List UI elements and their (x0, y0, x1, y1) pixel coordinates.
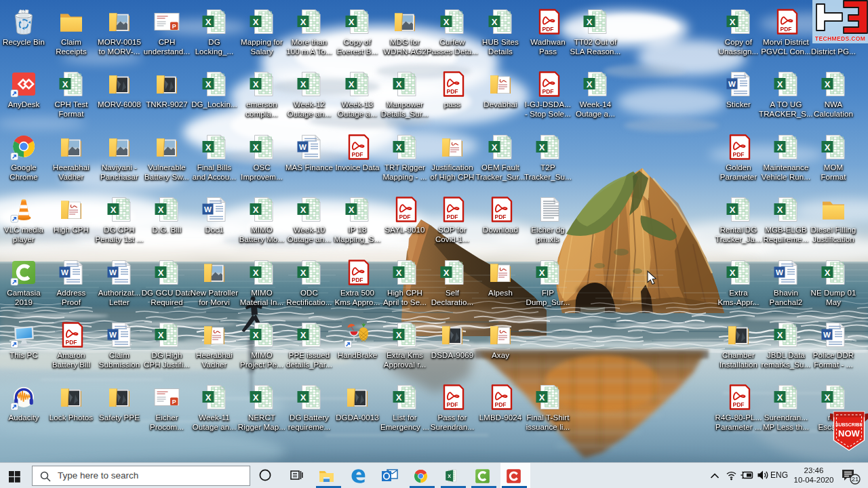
svg-text:NOW: NOW (838, 428, 861, 439)
svg-text:21: 21 (852, 475, 859, 483)
svg-text:SUBSCRIBE: SUBSCRIBE (835, 422, 863, 427)
svg-text:X: X (448, 474, 451, 479)
svg-text:TECHMEDS.COM: TECHMEDS.COM (815, 35, 865, 42)
